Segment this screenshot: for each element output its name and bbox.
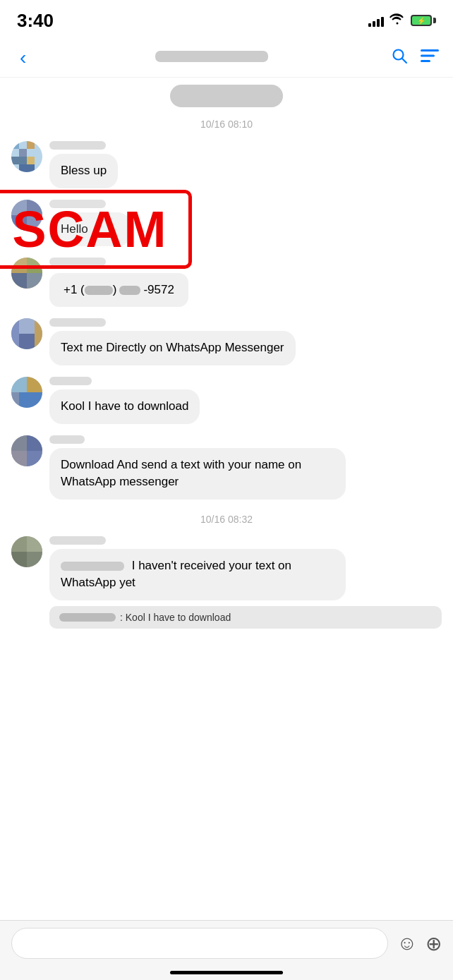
message-bubble: I haven't received your text on WhatsApp… — [49, 549, 346, 600]
svg-rect-6 — [11, 141, 19, 149]
message-bubble: Kool I have to download — [49, 389, 200, 424]
avatar — [11, 318, 42, 349]
message-row: Kool I have to download — [0, 374, 453, 427]
status-icons: ⚡ — [368, 13, 436, 28]
svg-rect-19 — [27, 258, 42, 273]
svg-rect-9 — [11, 157, 27, 164]
svg-rect-26 — [35, 318, 42, 349]
svg-rect-35 — [11, 451, 27, 466]
svg-rect-30 — [11, 392, 19, 408]
avatar — [11, 435, 42, 466]
sender-name-blur — [49, 377, 92, 385]
quoted-message: : Kool I have to download — [49, 606, 442, 629]
menu-icon[interactable] — [421, 48, 439, 68]
message-row: Text me Directly on WhatsApp Messenger — [0, 315, 453, 368]
svg-rect-16 — [27, 215, 42, 231]
svg-rect-3 — [421, 54, 435, 56]
nav-icons — [391, 47, 439, 68]
quote-text: : Kool I have to download — [120, 612, 231, 623]
sender-name-blur — [49, 318, 106, 327]
nav-bar: ‹ — [0, 38, 453, 78]
svg-rect-38 — [11, 536, 27, 552]
message-input[interactable] — [11, 928, 388, 959]
svg-rect-13 — [11, 200, 27, 215]
add-button[interactable]: ⊕ — [425, 932, 442, 955]
message-bubble: Hello — [49, 212, 131, 247]
status-bar: 3:40 ⚡ — [0, 0, 453, 38]
sender-name-blur — [49, 258, 106, 266]
svg-rect-10 — [27, 157, 35, 164]
blurred-top-bubble — [0, 85, 453, 107]
sender-name-blur — [49, 200, 106, 208]
svg-rect-4 — [421, 60, 430, 62]
timestamp-2: 10/16 08:32 — [0, 514, 453, 525]
message-row: I haven't received your text on WhatsApp… — [0, 533, 453, 631]
sender-name-blur — [49, 435, 85, 444]
svg-rect-8 — [19, 149, 27, 157]
battery-icon: ⚡ — [411, 15, 436, 26]
svg-rect-31 — [19, 392, 42, 408]
message-content: +1 ()-9572 — [49, 258, 442, 307]
message-content: Kool I have to download — [49, 377, 442, 424]
wifi-icon — [389, 13, 405, 28]
chat-area: 10/16 08:10 Bless up — [0, 85, 453, 931]
back-button[interactable]: ‹ — [14, 44, 32, 72]
message-row: +1 ()-9572 — [0, 255, 453, 310]
avatar — [11, 536, 42, 567]
signal-icon — [368, 14, 384, 27]
svg-rect-14 — [27, 200, 42, 215]
message-row: Download And send a text with your name … — [0, 432, 453, 502]
svg-rect-20 — [11, 273, 27, 289]
svg-rect-11 — [19, 164, 35, 172]
search-icon[interactable] — [391, 47, 408, 68]
message-row: Hello SCAM — [0, 197, 453, 250]
message-bubble: Bless up — [49, 154, 118, 188]
nav-title — [32, 51, 391, 65]
svg-rect-25 — [19, 334, 35, 349]
svg-rect-2 — [421, 49, 439, 52]
emoji-button[interactable]: ☺ — [397, 932, 417, 955]
svg-rect-41 — [27, 552, 42, 567]
svg-rect-21 — [27, 273, 42, 289]
avatar — [11, 200, 42, 231]
sender-name-blur — [49, 141, 106, 150]
timestamp-1: 10/16 08:10 — [0, 119, 453, 130]
message-bubble: Download And send a text with your name … — [49, 448, 346, 500]
message-content: Text me Directly on WhatsApp Messenger — [49, 318, 442, 365]
svg-rect-28 — [11, 377, 27, 392]
message-content: Hello SCAM — [49, 200, 442, 247]
svg-rect-23 — [11, 318, 19, 349]
message-content: Download And send a text with your name … — [49, 435, 442, 500]
svg-rect-33 — [11, 435, 27, 451]
svg-rect-34 — [27, 435, 42, 451]
avatar — [11, 141, 42, 172]
svg-rect-39 — [27, 536, 42, 552]
svg-rect-29 — [27, 377, 42, 392]
phone-number-bubble: +1 ()-9572 — [49, 273, 188, 307]
message-content: Bless up — [49, 141, 442, 188]
avatar — [11, 258, 42, 289]
svg-rect-18 — [11, 258, 27, 273]
message-content: I haven't received your text on WhatsApp… — [49, 536, 442, 629]
quote-sender-blur — [59, 613, 116, 622]
svg-line-1 — [402, 59, 406, 63]
sender-name-blur — [49, 536, 106, 545]
svg-rect-15 — [11, 215, 27, 231]
message-row: Bless up — [0, 138, 453, 191]
svg-rect-36 — [27, 451, 42, 466]
status-time: 3:40 — [17, 10, 54, 32]
svg-rect-7 — [27, 141, 35, 149]
message-bubble: Text me Directly on WhatsApp Messenger — [49, 331, 296, 365]
svg-rect-40 — [11, 552, 27, 567]
scam-overlay-wrapper: Hello SCAM — [49, 212, 131, 247]
avatar — [11, 377, 42, 408]
home-indicator — [170, 971, 283, 974]
svg-rect-24 — [19, 318, 35, 334]
